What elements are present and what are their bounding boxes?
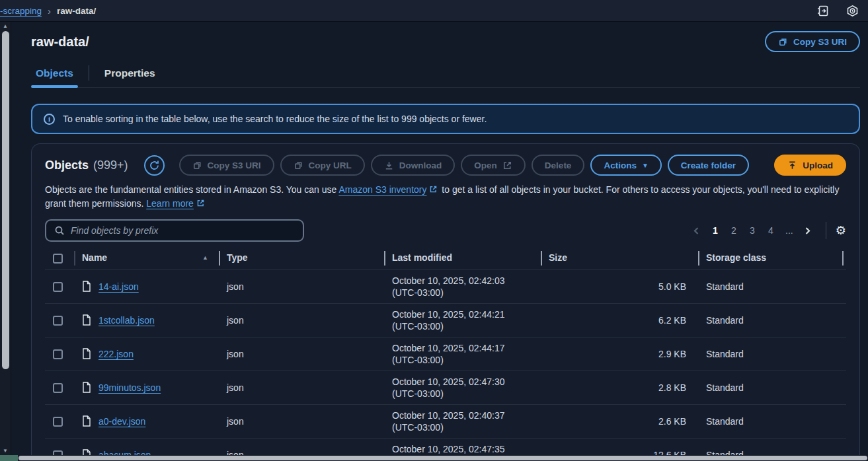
delete-button[interactable]: Delete (532, 155, 585, 176)
row-checkbox[interactable] (53, 349, 63, 359)
search-icon (54, 225, 65, 236)
table-body: 14-ai.json json October 10, 2025, 02:42:… (45, 269, 846, 455)
object-type: json (219, 371, 384, 404)
file-icon (82, 314, 91, 326)
object-size: 2.9 KB (541, 337, 698, 371)
object-size: 2.8 KB (541, 371, 698, 404)
column-divider (541, 251, 542, 266)
tab-divider (89, 65, 89, 81)
horizontal-scrollbar[interactable] (0, 455, 868, 461)
scroll-up-arrow-icon[interactable]: ▲ (0, 23, 11, 29)
object-type: json (219, 303, 384, 337)
s3-inventory-link[interactable]: Amazon S3 inventory (338, 184, 426, 195)
actions-dropdown-button[interactable]: Actions ▼ (590, 155, 661, 176)
tab-bar: Objects Properties (31, 61, 860, 88)
file-icon (82, 382, 91, 393)
copy-url-button[interactable]: Copy URL (280, 155, 365, 176)
pagination: 1 2 3 4 ... ⚙ (688, 222, 846, 239)
object-size: 12.6 KB (541, 438, 698, 455)
create-folder-button[interactable]: Create folder (668, 155, 749, 176)
breadcrumb-bucket-link[interactable]: -scrapping (0, 6, 42, 16)
row-checkbox[interactable] (53, 282, 63, 292)
column-divider (842, 251, 844, 266)
object-storage-class: Standard (698, 371, 846, 404)
select-all-checkbox[interactable] (53, 254, 63, 264)
object-name-link[interactable]: 99minutos.json (99, 382, 161, 393)
pagination-page-4[interactable]: 4 (762, 222, 779, 239)
column-header-last-modified[interactable]: Last modified (384, 248, 541, 269)
info-icon: i (44, 114, 55, 125)
object-name-link[interactable]: 14-ai.json (99, 281, 139, 292)
column-header-name[interactable]: Name ▲ (74, 248, 219, 269)
copy-icon (192, 160, 202, 170)
pagination-prev-button[interactable] (688, 222, 705, 239)
object-name-link[interactable]: 222.json (99, 349, 134, 359)
object-size: 2.6 KB (541, 404, 698, 438)
object-storage-class: Standard (698, 337, 846, 371)
copy-icon (294, 160, 303, 170)
object-type: json (219, 337, 384, 371)
download-button[interactable]: Download (371, 155, 455, 176)
learn-more-link[interactable]: Learn more (146, 198, 194, 209)
pagination-page-3[interactable]: 3 (744, 222, 761, 239)
object-name-link[interactable]: abacum.json (99, 450, 151, 455)
info-banner: i To enable sorting in the table below, … (31, 104, 860, 134)
objects-panel: Objects (999+) Copy S3 URI Copy URL Down… (31, 143, 860, 455)
vertical-scrollbar-thumb[interactable] (2, 31, 9, 369)
scroll-down-arrow-icon[interactable]: ▼ (0, 448, 11, 454)
top-navigation-bar: -scrapping › raw-data/ (0, 0, 868, 22)
object-last-modified: October 10, 2025, 02:47:30 (UTC-03:00) (384, 371, 541, 404)
column-header-storage-class[interactable]: Storage class (698, 248, 846, 269)
object-last-modified: October 10, 2025, 02:42:03 (UTC-03:00) (384, 269, 541, 303)
breadcrumb: -scrapping › raw-data/ (0, 5, 96, 17)
copy-s3-uri-header-button[interactable]: Copy S3 URI (765, 31, 860, 52)
external-link-icon (196, 197, 205, 206)
row-checkbox[interactable] (53, 417, 63, 427)
table-row: a0-dev.json json October 10, 2025, 02:40… (45, 404, 846, 438)
vertical-scrollbar[interactable]: ▲ ▼ (0, 22, 11, 455)
sort-ascending-icon: ▲ (202, 254, 208, 261)
pagination-ellipsis: ... (781, 222, 798, 239)
object-name-link[interactable]: a0-dev.json (99, 416, 145, 427)
row-checkbox[interactable] (53, 316, 63, 326)
copy-s3-uri-button[interactable]: Copy S3 URI (179, 155, 274, 176)
column-divider (74, 251, 75, 266)
open-button[interactable]: Open (461, 155, 526, 176)
search-input[interactable] (71, 225, 295, 236)
refresh-button[interactable] (144, 155, 165, 176)
pagination-page-1[interactable]: 1 (707, 222, 724, 239)
tab-objects[interactable]: Objects (31, 61, 78, 87)
search-box (45, 219, 304, 242)
object-type: json (219, 438, 384, 455)
pagination-page-2[interactable]: 2 (725, 222, 742, 239)
main-content: raw-data/ Copy S3 URI Objects Properties… (11, 22, 868, 455)
pagination-next-button[interactable] (799, 222, 816, 239)
row-checkbox[interactable] (53, 450, 63, 455)
upload-button[interactable]: Upload (774, 155, 846, 176)
page-title: raw-data/ (31, 34, 89, 50)
objects-table: Name ▲ Type Last modified Size (45, 248, 846, 455)
column-header-type[interactable]: Type (219, 248, 384, 269)
info-banner-text: To enable sorting in the table below, us… (63, 114, 487, 124)
upload-icon (787, 160, 797, 170)
tab-properties[interactable]: Properties (100, 61, 160, 87)
gear-icon[interactable]: ⚙ (836, 225, 846, 236)
column-header-size[interactable]: Size (541, 248, 698, 269)
breadcrumb-current: raw-data/ (57, 6, 96, 16)
column-divider (219, 251, 220, 266)
file-icon (82, 415, 91, 427)
object-storage-class: Standard (698, 269, 846, 303)
pager-divider (826, 222, 826, 239)
notebook-panel-icon[interactable] (816, 5, 829, 17)
column-divider (384, 251, 385, 266)
file-icon (82, 449, 91, 455)
table-row: 222.json json October 10, 2025, 02:44:17… (45, 337, 846, 371)
horizontal-scrollbar-thumb[interactable] (19, 456, 867, 460)
table-header-row: Name ▲ Type Last modified Size (45, 248, 846, 269)
object-name-link[interactable]: 1stcollab.json (99, 315, 155, 326)
object-size: 6.2 KB (541, 303, 698, 337)
status-hexagon-icon[interactable] (846, 5, 859, 17)
table-row: 14-ai.json json October 10, 2025, 02:42:… (45, 269, 846, 303)
table-row: abacum.json json October 10, 2025, 02:47… (45, 438, 846, 455)
row-checkbox[interactable] (53, 383, 63, 393)
